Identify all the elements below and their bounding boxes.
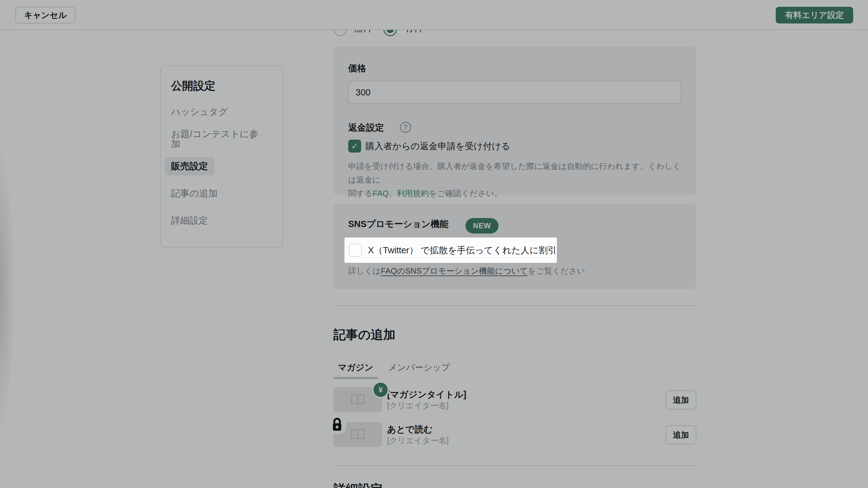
- section-divider: [333, 305, 696, 306]
- left-edge-shadow: [0, 117, 22, 488]
- magazine-title: [マガジンタイトル]: [387, 390, 466, 399]
- book-icon: [350, 393, 366, 406]
- refund-checkbox-label: 購入者からの返金申請を受け付ける: [366, 140, 510, 152]
- refund-checkbox[interactable]: ✓: [348, 140, 361, 152]
- magazine-creator: [クリエイター名]: [387, 401, 449, 410]
- read-later-creator: [クリエイター名]: [387, 436, 449, 445]
- book-icon: [350, 428, 366, 441]
- lock-icon: [332, 418, 343, 433]
- faq-link[interactable]: FAQ: [373, 189, 389, 198]
- paid-yen-badge-icon: ¥: [373, 383, 388, 397]
- sns-promo-checkbox[interactable]: [349, 244, 362, 257]
- price-label: 価格: [348, 64, 366, 73]
- add-articles-title: 記事の追加: [333, 328, 395, 341]
- refund-settings-label: 返金設定: [348, 123, 384, 133]
- section-divider: [333, 465, 696, 466]
- top-bar: キャンセル 有料エリア設定: [0, 0, 868, 30]
- cancel-button[interactable]: キャンセル: [16, 7, 75, 24]
- terms-link[interactable]: 利用規約: [397, 189, 429, 198]
- price-input[interactable]: [348, 81, 682, 104]
- read-later-title: あとで読む: [387, 425, 433, 434]
- tab-magazine[interactable]: マガジン: [333, 363, 378, 379]
- add-magazine-button[interactable]: 追加: [665, 391, 696, 409]
- sidebar-item-add-articles[interactable]: 記事の追加: [171, 180, 273, 207]
- sidebar-item-hashtags[interactable]: ハッシュタグ: [171, 98, 273, 125]
- add-read-later-button[interactable]: 追加: [665, 425, 696, 444]
- advanced-settings-title: 詳細設定: [333, 483, 383, 488]
- help-icon[interactable]: ?: [400, 122, 411, 133]
- sns-promo-spotlight: X（Twitter） で拡散を手伝ってくれた人に割引: [344, 237, 557, 263]
- sidebar-list: ハッシュタグ お題/コンテストに参加 販売設定 記事の追加 詳細設定: [171, 98, 273, 234]
- tab-membership[interactable]: メンバーシップ: [388, 363, 450, 377]
- new-badge: NEW: [465, 218, 498, 233]
- sidebar-title: 公開設定: [171, 80, 273, 91]
- sns-promo-checkbox-label: X（Twitter） で拡散を手伝ってくれた人に割引: [368, 244, 557, 257]
- sidebar-item-contest[interactable]: お題/コンテストに参加: [171, 125, 273, 152]
- publish-settings-page: 無料 有料 キャンセル 有料エリア設定 公開設定 ハッシュタグ お題/コンテスト…: [0, 0, 868, 488]
- sidebar: 公開設定 ハッシュタグ お題/コンテストに参加 販売設定 記事の追加 詳細設定: [160, 65, 283, 248]
- sidebar-item-advanced[interactable]: 詳細設定: [171, 207, 273, 234]
- sns-note: 詳しくはFAQのSNSプロモーション機能についてをご覧ください: [348, 266, 585, 276]
- sns-faq-link[interactable]: FAQのSNSプロモーション機能について: [381, 266, 528, 276]
- sidebar-item-sales-settings[interactable]: 販売設定: [171, 152, 273, 180]
- refund-description: 申請を受け付ける場合、購入者が返金を希望した際に返金は自動的に行われます。くわし…: [348, 160, 685, 200]
- articles-tabs: マガジン メンバーシップ: [333, 363, 450, 379]
- price-refund-card: 価格 返金設定 ? ✓ 購入者からの返金申請を受け付ける 申請を受け付ける場合、…: [333, 46, 696, 195]
- paid-area-settings-button[interactable]: 有料エリア設定: [776, 7, 853, 24]
- sns-promotion-title: SNSプロモーション機能: [348, 219, 448, 229]
